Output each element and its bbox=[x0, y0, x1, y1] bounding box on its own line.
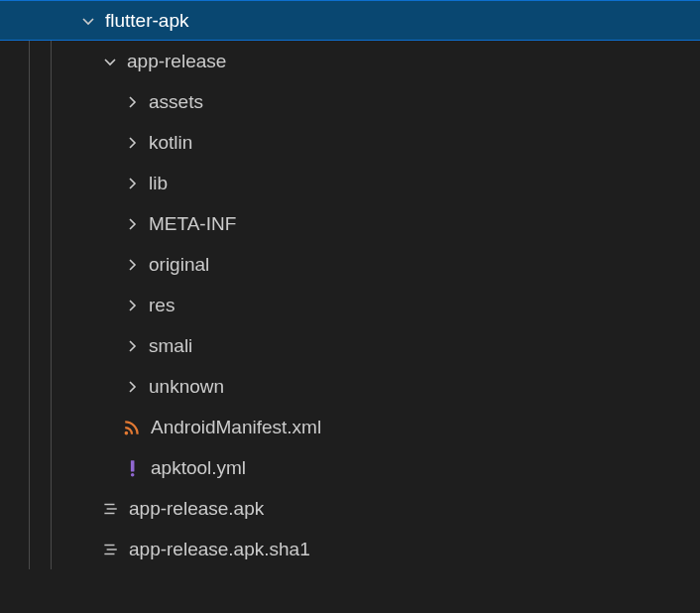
folder-label: smali bbox=[149, 335, 192, 357]
folder-label: META-INF bbox=[149, 213, 236, 235]
chevron-right-icon bbox=[121, 335, 143, 357]
folder-label: res bbox=[149, 295, 175, 316]
folder-label: original bbox=[149, 254, 209, 276]
tree-folder-meta-inf[interactable]: META-INF bbox=[0, 203, 700, 244]
folder-label: kotlin bbox=[149, 132, 192, 154]
tree-folder-original[interactable]: original bbox=[0, 244, 700, 285]
folder-label: app-release bbox=[127, 51, 226, 72]
rss-icon bbox=[121, 417, 143, 438]
tree-file-app-release-apk-sha1[interactable]: app-release.apk.sha1 bbox=[0, 529, 700, 569]
tree-file-apktool-yml[interactable]: apktool.yml bbox=[0, 447, 700, 488]
tree-file-android-manifest[interactable]: AndroidManifest.xml bbox=[0, 407, 700, 447]
svg-rect-1 bbox=[131, 460, 135, 471]
file-lines-icon bbox=[99, 539, 121, 560]
folder-label: assets bbox=[149, 91, 203, 113]
chevron-right-icon bbox=[121, 91, 143, 113]
tree-folder-flutter-apk[interactable]: flutter-apk bbox=[0, 0, 700, 41]
tree-folder-lib[interactable]: lib bbox=[0, 163, 700, 203]
chevron-down-icon bbox=[77, 10, 99, 32]
file-label: app-release.apk.sha1 bbox=[129, 539, 310, 560]
chevron-right-icon bbox=[121, 376, 143, 398]
tree-folder-smali[interactable]: smali bbox=[0, 325, 700, 366]
file-label: app-release.apk bbox=[129, 498, 264, 520]
chevron-right-icon bbox=[121, 173, 143, 194]
svg-point-0 bbox=[125, 430, 129, 434]
chevron-right-icon bbox=[121, 295, 143, 316]
folder-label: lib bbox=[149, 173, 168, 194]
tree-folder-assets[interactable]: assets bbox=[0, 81, 700, 122]
tree-folder-unknown[interactable]: unknown bbox=[0, 366, 700, 407]
file-lines-icon bbox=[99, 498, 121, 520]
tree-folder-app-release[interactable]: app-release bbox=[0, 41, 700, 81]
tree-folder-kotlin[interactable]: kotlin bbox=[0, 122, 700, 163]
chevron-right-icon bbox=[121, 132, 143, 154]
chevron-right-icon bbox=[121, 254, 143, 276]
yaml-icon bbox=[121, 457, 143, 479]
svg-point-2 bbox=[131, 472, 135, 476]
folder-label: flutter-apk bbox=[105, 10, 188, 32]
file-label: AndroidManifest.xml bbox=[151, 417, 321, 438]
file-tree: flutter-apk app-release assets kotlin li… bbox=[0, 0, 700, 569]
tree-file-app-release-apk[interactable]: app-release.apk bbox=[0, 488, 700, 529]
tree-folder-res[interactable]: res bbox=[0, 285, 700, 325]
chevron-down-icon bbox=[99, 51, 121, 72]
chevron-right-icon bbox=[121, 213, 143, 235]
file-label: apktool.yml bbox=[151, 457, 246, 479]
folder-label: unknown bbox=[149, 376, 224, 398]
